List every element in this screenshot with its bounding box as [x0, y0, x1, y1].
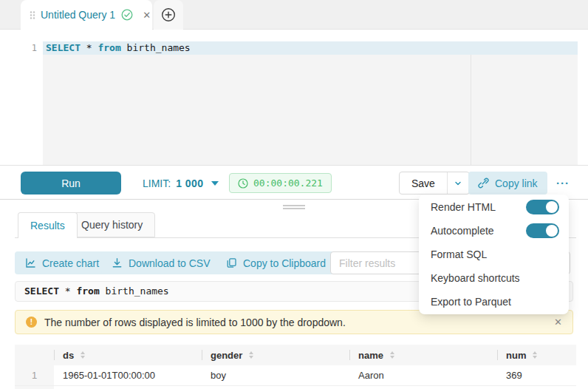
chart-icon	[25, 257, 36, 268]
editor-print-margin	[471, 55, 471, 165]
tab-query-history[interactable]: Query history	[69, 212, 155, 237]
more-options-button[interactable]: ···	[550, 172, 576, 194]
save-options-button[interactable]	[447, 172, 469, 194]
clock-icon	[238, 178, 248, 189]
download-csv-label: Download to CSV	[129, 257, 211, 269]
tab-query-history-label: Query history	[81, 219, 143, 231]
column-header-name[interactable]: name	[349, 345, 497, 365]
tab-results-label: Results	[30, 220, 65, 231]
create-chart-button[interactable]: Create chart	[15, 251, 109, 274]
column-header-gender[interactable]: gender	[202, 345, 349, 365]
create-chart-label: Create chart	[42, 257, 99, 269]
copy-clipboard-button[interactable]: Copy to Clipboard	[216, 251, 336, 274]
table-row: 1 1965-01-01T00:00:00 boy Aaron 369	[15, 365, 576, 386]
sort-icon[interactable]	[533, 351, 537, 359]
query-tab-title: Untitled Query 1	[41, 9, 115, 21]
close-banner-icon[interactable]: ✕	[554, 317, 562, 328]
line-number: 1	[21, 41, 43, 55]
close-tab-icon[interactable]: ✕	[143, 10, 151, 21]
sql-keyword: SELECT	[24, 285, 59, 297]
chevron-down-icon	[454, 179, 462, 188]
column-header-num[interactable]: num	[497, 345, 576, 365]
sql-text: birth_names	[100, 285, 169, 297]
pane-resize-handle[interactable]	[283, 205, 305, 211]
sort-icon[interactable]	[249, 351, 253, 359]
cell-num: 369	[497, 365, 576, 386]
results-table: ds gender name num 1 1965-01-01T00:00:00…	[15, 345, 576, 389]
link-icon	[478, 177, 489, 189]
copy-icon	[226, 257, 237, 268]
menu-item-keyboard-shortcuts[interactable]: Keyboard shortcuts	[419, 266, 569, 290]
cell-gender: boy	[202, 365, 349, 386]
column-header-ds[interactable]: ds	[54, 345, 202, 365]
menu-item-label: Format SQL	[431, 248, 487, 260]
limit-label: LIMIT:	[143, 177, 171, 189]
copy-link-button[interactable]: Copy link	[468, 172, 547, 194]
menu-item-format-sql[interactable]: Format SQL	[419, 243, 569, 266]
sort-icon[interactable]	[81, 351, 85, 359]
more-options-menu: Render HTML Autocomplete Format SQL Keyb…	[419, 194, 569, 314]
table-header-row: ds gender name num	[15, 345, 576, 365]
elapsed-time: 00:00:00.221	[253, 177, 323, 189]
sql-lab-window: Untitled Query 1 ✕ 1 SELECT * from birth…	[0, 0, 588, 389]
query-tab-untitled[interactable]: Untitled Query 1 ✕	[21, 0, 152, 30]
tab-results[interactable]: Results	[18, 212, 78, 238]
sql-text: *	[81, 42, 98, 53]
column-header-label: num	[506, 350, 526, 361]
column-header-label: name	[358, 350, 383, 361]
editor-gutter: 1	[21, 41, 43, 165]
copy-clipboard-label: Copy to Clipboard	[243, 257, 326, 269]
query-timer-badge: 00:00:00.221	[229, 173, 332, 193]
cell-ds: 1965-01-01T00:00:00	[54, 365, 202, 386]
warning-icon: !	[26, 317, 37, 328]
column-header-label: gender	[211, 350, 242, 361]
copy-link-label: Copy link	[495, 177, 538, 189]
row-index: 1	[15, 365, 54, 386]
caret-down-icon	[211, 181, 219, 186]
menu-item-export-parquet[interactable]: Export to Parquet	[419, 290, 569, 314]
download-icon	[112, 257, 123, 268]
sql-keyword: SELECT	[46, 42, 81, 53]
menu-item-label: Keyboard shortcuts	[431, 272, 520, 284]
menu-item-label: Export to Parquet	[431, 296, 511, 308]
menu-item-render-html[interactable]: Render HTML	[419, 195, 569, 219]
sql-editor[interactable]: 1 SELECT * from birth_names	[21, 41, 578, 165]
sort-icon[interactable]	[390, 351, 394, 359]
run-button[interactable]: Run	[21, 172, 121, 194]
row-index-header	[15, 345, 54, 365]
menu-item-autocomplete[interactable]: Autocomplete	[419, 219, 569, 243]
menu-item-label: Autocomplete	[431, 225, 494, 237]
sql-text: birth_names	[121, 42, 191, 53]
menu-item-label: Render HTML	[431, 201, 496, 213]
warning-message: The number of rows displayed is limited …	[44, 317, 346, 328]
drag-handle-icon[interactable]	[30, 10, 35, 20]
ellipsis-icon: ···	[556, 177, 570, 189]
cell-name: Aaron	[349, 365, 497, 386]
sql-text: *	[59, 285, 76, 297]
save-button[interactable]: Save	[400, 172, 447, 194]
sql-keyword: from	[98, 42, 120, 53]
download-csv-button[interactable]: Download to CSV	[101, 251, 221, 274]
autocomplete-toggle[interactable]	[526, 223, 559, 238]
new-query-tab-button[interactable]	[154, 0, 183, 30]
editor-code-line[interactable]: SELECT * from birth_names	[46, 41, 191, 55]
limit-dropdown[interactable]: LIMIT: 1 000	[143, 172, 219, 194]
column-header-label: ds	[63, 350, 74, 361]
check-circle-icon	[121, 9, 133, 21]
plus-circle-icon	[161, 7, 176, 22]
table-row-partial	[15, 386, 576, 389]
render-html-toggle[interactable]	[526, 200, 559, 214]
save-split-button: Save	[399, 172, 470, 194]
limit-value: 1 000	[176, 177, 204, 189]
sql-keyword: from	[76, 285, 99, 297]
